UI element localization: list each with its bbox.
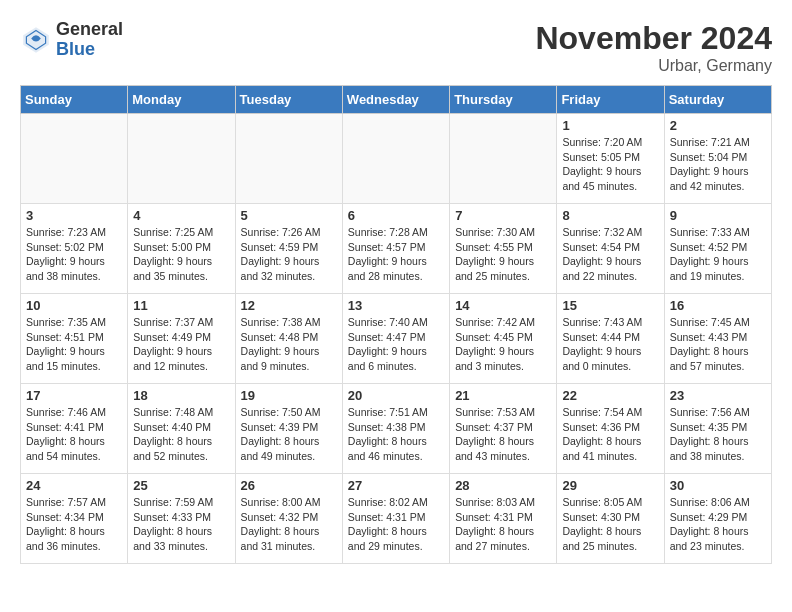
day-info: Sunrise: 7:46 AMSunset: 4:41 PMDaylight:… [26, 405, 122, 464]
calendar-cell: 15Sunrise: 7:43 AMSunset: 4:44 PMDayligh… [557, 294, 664, 384]
day-number: 15 [562, 298, 658, 313]
day-info: Sunrise: 7:51 AMSunset: 4:38 PMDaylight:… [348, 405, 444, 464]
day-number: 10 [26, 298, 122, 313]
day-number: 18 [133, 388, 229, 403]
day-info: Sunrise: 7:28 AMSunset: 4:57 PMDaylight:… [348, 225, 444, 284]
month-title: November 2024 [535, 20, 772, 57]
day-info: Sunrise: 7:42 AMSunset: 4:45 PMDaylight:… [455, 315, 551, 374]
calendar-week-3: 10Sunrise: 7:35 AMSunset: 4:51 PMDayligh… [21, 294, 772, 384]
calendar-cell: 28Sunrise: 8:03 AMSunset: 4:31 PMDayligh… [450, 474, 557, 564]
col-wednesday: Wednesday [342, 86, 449, 114]
calendar-cell: 3Sunrise: 7:23 AMSunset: 5:02 PMDaylight… [21, 204, 128, 294]
day-number: 7 [455, 208, 551, 223]
day-info: Sunrise: 7:23 AMSunset: 5:02 PMDaylight:… [26, 225, 122, 284]
calendar-cell: 27Sunrise: 8:02 AMSunset: 4:31 PMDayligh… [342, 474, 449, 564]
day-number: 22 [562, 388, 658, 403]
calendar-cell: 22Sunrise: 7:54 AMSunset: 4:36 PMDayligh… [557, 384, 664, 474]
day-info: Sunrise: 7:43 AMSunset: 4:44 PMDaylight:… [562, 315, 658, 374]
col-tuesday: Tuesday [235, 86, 342, 114]
logo-icon [20, 24, 52, 56]
calendar-header: Sunday Monday Tuesday Wednesday Thursday… [21, 86, 772, 114]
calendar-cell: 7Sunrise: 7:30 AMSunset: 4:55 PMDaylight… [450, 204, 557, 294]
day-number: 4 [133, 208, 229, 223]
day-info: Sunrise: 7:26 AMSunset: 4:59 PMDaylight:… [241, 225, 337, 284]
day-info: Sunrise: 7:35 AMSunset: 4:51 PMDaylight:… [26, 315, 122, 374]
calendar-cell: 10Sunrise: 7:35 AMSunset: 4:51 PMDayligh… [21, 294, 128, 384]
calendar-cell [21, 114, 128, 204]
calendar-cell: 24Sunrise: 7:57 AMSunset: 4:34 PMDayligh… [21, 474, 128, 564]
calendar-cell: 18Sunrise: 7:48 AMSunset: 4:40 PMDayligh… [128, 384, 235, 474]
calendar-cell: 12Sunrise: 7:38 AMSunset: 4:48 PMDayligh… [235, 294, 342, 384]
calendar-table: Sunday Monday Tuesday Wednesday Thursday… [20, 85, 772, 564]
calendar-cell: 14Sunrise: 7:42 AMSunset: 4:45 PMDayligh… [450, 294, 557, 384]
day-number: 27 [348, 478, 444, 493]
calendar-cell: 20Sunrise: 7:51 AMSunset: 4:38 PMDayligh… [342, 384, 449, 474]
day-info: Sunrise: 7:21 AMSunset: 5:04 PMDaylight:… [670, 135, 766, 194]
calendar-cell: 5Sunrise: 7:26 AMSunset: 4:59 PMDaylight… [235, 204, 342, 294]
col-thursday: Thursday [450, 86, 557, 114]
logo-text: General Blue [56, 20, 123, 60]
day-number: 14 [455, 298, 551, 313]
day-number: 6 [348, 208, 444, 223]
day-info: Sunrise: 7:33 AMSunset: 4:52 PMDaylight:… [670, 225, 766, 284]
day-info: Sunrise: 7:20 AMSunset: 5:05 PMDaylight:… [562, 135, 658, 194]
calendar-cell: 25Sunrise: 7:59 AMSunset: 4:33 PMDayligh… [128, 474, 235, 564]
day-number: 13 [348, 298, 444, 313]
day-number: 12 [241, 298, 337, 313]
day-number: 19 [241, 388, 337, 403]
day-number: 5 [241, 208, 337, 223]
day-info: Sunrise: 7:54 AMSunset: 4:36 PMDaylight:… [562, 405, 658, 464]
day-info: Sunrise: 8:03 AMSunset: 4:31 PMDaylight:… [455, 495, 551, 554]
calendar-cell: 9Sunrise: 7:33 AMSunset: 4:52 PMDaylight… [664, 204, 771, 294]
col-monday: Monday [128, 86, 235, 114]
day-info: Sunrise: 8:06 AMSunset: 4:29 PMDaylight:… [670, 495, 766, 554]
calendar-cell: 4Sunrise: 7:25 AMSunset: 5:00 PMDaylight… [128, 204, 235, 294]
day-number: 28 [455, 478, 551, 493]
calendar-cell: 19Sunrise: 7:50 AMSunset: 4:39 PMDayligh… [235, 384, 342, 474]
day-info: Sunrise: 8:05 AMSunset: 4:30 PMDaylight:… [562, 495, 658, 554]
day-number: 3 [26, 208, 122, 223]
page-header: General Blue November 2024 Urbar, German… [20, 20, 772, 75]
day-info: Sunrise: 7:38 AMSunset: 4:48 PMDaylight:… [241, 315, 337, 374]
calendar-cell: 17Sunrise: 7:46 AMSunset: 4:41 PMDayligh… [21, 384, 128, 474]
calendar-body: 1Sunrise: 7:20 AMSunset: 5:05 PMDaylight… [21, 114, 772, 564]
day-number: 1 [562, 118, 658, 133]
calendar-week-4: 17Sunrise: 7:46 AMSunset: 4:41 PMDayligh… [21, 384, 772, 474]
col-sunday: Sunday [21, 86, 128, 114]
day-number: 26 [241, 478, 337, 493]
day-info: Sunrise: 7:53 AMSunset: 4:37 PMDaylight:… [455, 405, 551, 464]
title-block: November 2024 Urbar, Germany [535, 20, 772, 75]
day-number: 16 [670, 298, 766, 313]
day-info: Sunrise: 7:48 AMSunset: 4:40 PMDaylight:… [133, 405, 229, 464]
day-number: 17 [26, 388, 122, 403]
day-info: Sunrise: 7:50 AMSunset: 4:39 PMDaylight:… [241, 405, 337, 464]
day-info: Sunrise: 7:59 AMSunset: 4:33 PMDaylight:… [133, 495, 229, 554]
col-saturday: Saturday [664, 86, 771, 114]
day-number: 25 [133, 478, 229, 493]
location: Urbar, Germany [535, 57, 772, 75]
day-info: Sunrise: 8:02 AMSunset: 4:31 PMDaylight:… [348, 495, 444, 554]
calendar-cell [128, 114, 235, 204]
day-number: 29 [562, 478, 658, 493]
calendar-cell: 26Sunrise: 8:00 AMSunset: 4:32 PMDayligh… [235, 474, 342, 564]
day-info: Sunrise: 7:40 AMSunset: 4:47 PMDaylight:… [348, 315, 444, 374]
calendar-cell: 23Sunrise: 7:56 AMSunset: 4:35 PMDayligh… [664, 384, 771, 474]
calendar-week-1: 1Sunrise: 7:20 AMSunset: 5:05 PMDaylight… [21, 114, 772, 204]
calendar-cell: 8Sunrise: 7:32 AMSunset: 4:54 PMDaylight… [557, 204, 664, 294]
calendar-cell [450, 114, 557, 204]
logo-general: General [56, 19, 123, 39]
logo: General Blue [20, 20, 123, 60]
calendar-cell: 1Sunrise: 7:20 AMSunset: 5:05 PMDaylight… [557, 114, 664, 204]
calendar-cell: 21Sunrise: 7:53 AMSunset: 4:37 PMDayligh… [450, 384, 557, 474]
calendar-cell [235, 114, 342, 204]
calendar-cell: 13Sunrise: 7:40 AMSunset: 4:47 PMDayligh… [342, 294, 449, 384]
day-number: 11 [133, 298, 229, 313]
calendar-week-2: 3Sunrise: 7:23 AMSunset: 5:02 PMDaylight… [21, 204, 772, 294]
day-info: Sunrise: 7:30 AMSunset: 4:55 PMDaylight:… [455, 225, 551, 284]
day-info: Sunrise: 7:57 AMSunset: 4:34 PMDaylight:… [26, 495, 122, 554]
logo-blue: Blue [56, 39, 95, 59]
calendar-cell [342, 114, 449, 204]
day-number: 23 [670, 388, 766, 403]
calendar-cell: 29Sunrise: 8:05 AMSunset: 4:30 PMDayligh… [557, 474, 664, 564]
day-number: 20 [348, 388, 444, 403]
